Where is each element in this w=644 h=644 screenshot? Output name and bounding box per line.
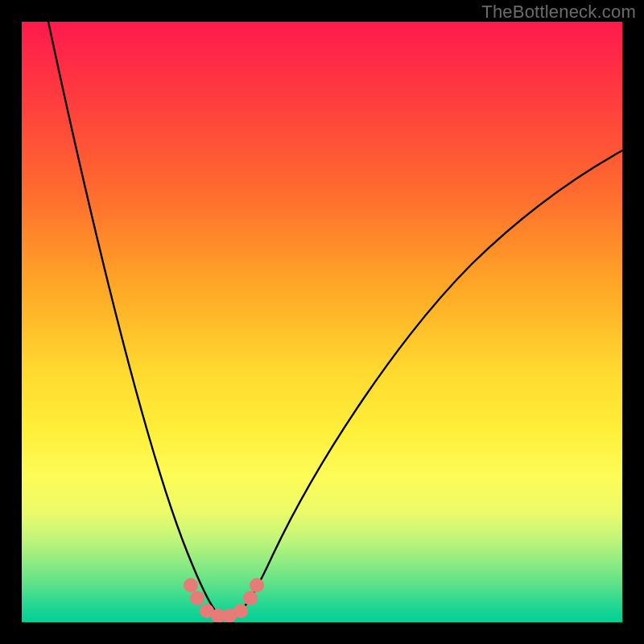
- curve-marker: [250, 578, 264, 592]
- curve-marker: [233, 604, 248, 618]
- curve-marker: [184, 578, 198, 592]
- bottleneck-curve-svg: [22, 22, 622, 622]
- watermark-text: TheBottleneck.com: [481, 2, 636, 23]
- curve-marker-group: [184, 578, 264, 622]
- curve-marker: [243, 591, 258, 605]
- curve-marker: [190, 591, 204, 605]
- chart-plot-area: [22, 22, 622, 622]
- bottleneck-curve: [48, 22, 622, 617]
